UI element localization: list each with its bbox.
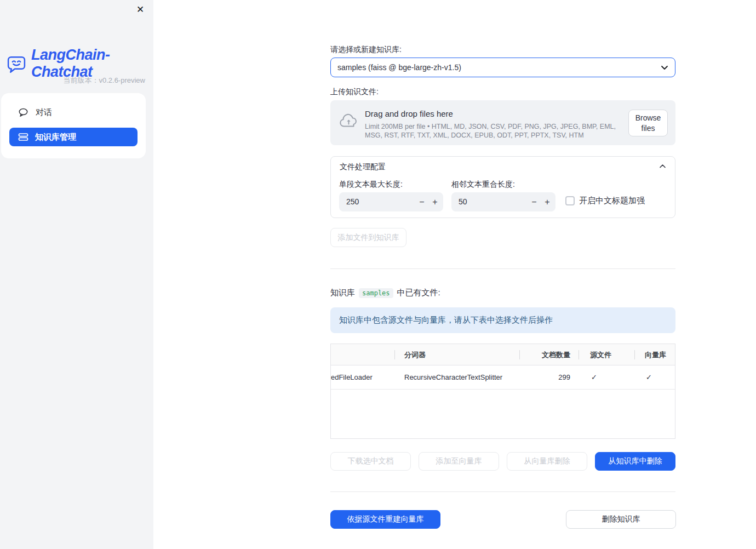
add-files-to-kb-button[interactable]: 添加文件到知识库 bbox=[330, 228, 406, 247]
chunk-size-decrement-button[interactable]: − bbox=[415, 192, 429, 211]
delete-from-kb-button[interactable]: 从知识库中删除 bbox=[595, 452, 675, 471]
kb-files-prefix: 知识库 bbox=[330, 288, 355, 298]
kb-select-label: 请选择或新建知识库: bbox=[330, 45, 402, 55]
sidebar-menu: 对话 知识库管理 bbox=[1, 93, 146, 158]
chunk-overlap-input[interactable]: 50 − + bbox=[451, 192, 555, 211]
info-alert-text: 知识库中包含源文件与向量库，请从下表中选择文件后操作 bbox=[339, 315, 553, 325]
row-divider bbox=[331, 389, 675, 390]
download-selected-docs-button[interactable]: 下载选中文档 bbox=[330, 452, 411, 471]
app-version: 当前版本：v0.2.6-preview bbox=[63, 76, 145, 85]
cell-splitter: RecursiveCharacterTextSplitter bbox=[404, 373, 502, 381]
table-header-source: 源文件 bbox=[590, 350, 611, 360]
kb-files-suffix: 中已有文件: bbox=[397, 288, 440, 298]
version-value: v0.2.6-preview bbox=[99, 76, 145, 84]
info-alert: 知识库中包含源文件与向量库，请从下表中选择文件后操作 bbox=[330, 307, 675, 333]
table-header-row bbox=[331, 344, 675, 365]
file-config-expander: 文件处理配置 单段文本最大长度: 250 − + 相邻文本重合长度: 50 − … bbox=[330, 156, 675, 218]
rebuild-vector-store-button[interactable]: 依据源文件重建向量库 bbox=[330, 510, 440, 529]
sidebar-item-label: 对话 bbox=[36, 107, 52, 118]
kb-select-value: samples (faiss @ bge-large-zh-v1.5) bbox=[337, 63, 661, 72]
zh-title-enhance-checkbox[interactable] bbox=[565, 196, 575, 205]
table-header-doc-count: 文档数量 bbox=[542, 350, 570, 360]
chunk-overlap-label: 相邻文本重合长度: bbox=[451, 180, 515, 190]
add-to-vector-store-button[interactable]: 添加至向量库 bbox=[419, 452, 499, 471]
chevron-up-icon bbox=[659, 164, 666, 168]
expander-header[interactable]: 文件处理配置 bbox=[331, 157, 675, 177]
chevron-down-icon bbox=[661, 65, 668, 70]
vector-check-icon: ✓ bbox=[646, 373, 652, 381]
sidebar-close-button[interactable]: ✕ bbox=[134, 4, 146, 16]
delete-from-vector-store-button[interactable]: 从向量库删除 bbox=[507, 452, 587, 471]
table-header-splitter: 分词器 bbox=[404, 350, 426, 360]
chunk-size-input[interactable]: 250 − + bbox=[339, 192, 443, 211]
version-label: 当前版本： bbox=[63, 76, 99, 84]
cell-doc-count: 299 bbox=[558, 373, 570, 381]
chunk-overlap-value: 50 bbox=[459, 197, 467, 206]
delete-kb-entirely-button[interactable]: 删除知识库 bbox=[566, 510, 676, 529]
cell-loader: UnstructuredFileLoader bbox=[330, 373, 373, 381]
cloud-upload-icon bbox=[339, 113, 359, 129]
chunk-overlap-decrement-button[interactable]: − bbox=[527, 192, 541, 211]
upload-label: 上传知识文件: bbox=[330, 87, 379, 97]
files-table[interactable]: 文档加载器 分词器 文档数量 源文件 向量库 UnstructuredFileL… bbox=[330, 344, 675, 439]
sidebar-item-label: 知识库管理 bbox=[35, 132, 76, 142]
browse-files-button[interactable]: Browse files bbox=[628, 110, 668, 136]
zh-title-enhance-label: 开启中文标题加强 bbox=[579, 196, 645, 206]
file-dropzone[interactable]: Drag and drop files here Limit 200MB per… bbox=[330, 100, 675, 145]
column-separator bbox=[519, 350, 520, 359]
sidebar-item-dialogue[interactable]: 对话 bbox=[9, 103, 138, 122]
source-check-icon: ✓ bbox=[591, 373, 597, 381]
expander-title: 文件处理配置 bbox=[340, 162, 386, 172]
chunk-size-value: 250 bbox=[346, 197, 359, 206]
chunk-overlap-increment-button[interactable]: + bbox=[540, 192, 554, 211]
table-header-vector: 向量库 bbox=[645, 350, 666, 360]
kb-name-code: samples bbox=[359, 288, 393, 298]
column-separator bbox=[394, 350, 395, 359]
dropzone-title: Drag and drop files here bbox=[365, 109, 453, 118]
knowledge-base-icon bbox=[18, 132, 28, 142]
dropzone-limit-text: Limit 200MB per file • HTML, MD, JSON, C… bbox=[365, 122, 628, 140]
app: ✕ LangChain-Chatchat 当前版本：v0.2.6-preview bbox=[0, 0, 756, 549]
chatchat-logo-icon bbox=[6, 54, 26, 74]
kb-select-dropdown[interactable]: samples (faiss @ bge-large-zh-v1.5) bbox=[330, 58, 675, 77]
chunk-size-increment-button[interactable]: + bbox=[428, 192, 442, 211]
column-separator bbox=[579, 350, 579, 359]
kb-files-heading: 知识库 samples 中已有文件: bbox=[330, 288, 440, 298]
chat-bubble-icon bbox=[18, 107, 29, 118]
chunk-size-label: 单段文本最大长度: bbox=[339, 180, 403, 190]
sidebar: ✕ LangChain-Chatchat 当前版本：v0.2.6-preview bbox=[0, 0, 153, 549]
divider bbox=[330, 268, 675, 269]
column-separator bbox=[634, 350, 635, 359]
sidebar-item-knowledge-base[interactable]: 知识库管理 bbox=[9, 128, 138, 146]
divider bbox=[330, 491, 675, 492]
